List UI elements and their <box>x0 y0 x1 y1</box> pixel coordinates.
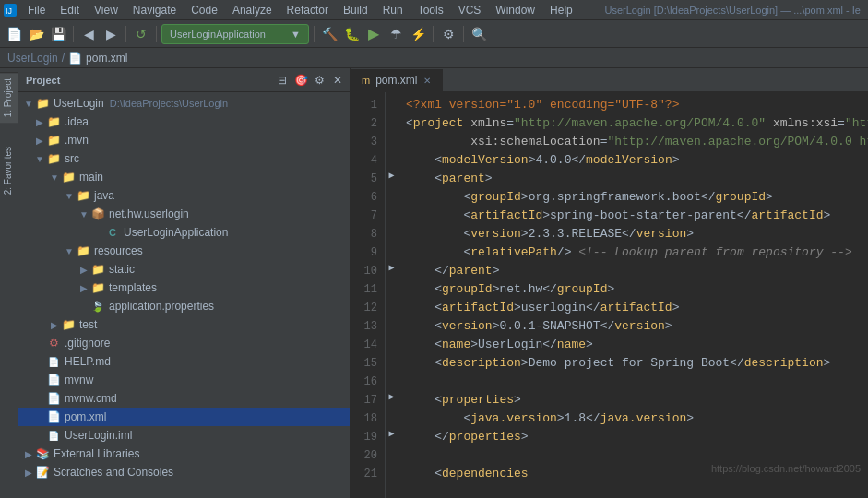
sidebar-tab-project[interactable]: 1: Project <box>0 72 18 123</box>
tab-close-pomxml[interactable]: ✕ <box>423 76 431 86</box>
collapse-all-button[interactable]: ⊟ <box>274 72 291 89</box>
tree-item-test[interactable]: ▶ 📁 test <box>18 315 350 334</box>
tree-label-userloginiml: UserLogin.iml <box>65 429 132 442</box>
open-button[interactable]: 📂 <box>26 24 46 44</box>
tree-item-resources[interactable]: ▼ 📁 resources <box>18 242 350 260</box>
tab-label-pomxml: pom.xml <box>375 74 417 87</box>
debug-button[interactable]: 🐛 <box>341 24 362 44</box>
panel-settings-button[interactable]: ⚙ <box>311 72 327 89</box>
menu-run[interactable]: Run <box>375 2 410 18</box>
panel-close-button[interactable]: ✕ <box>329 72 346 89</box>
menu-file[interactable]: File <box>20 2 53 18</box>
tree-item-mvnw[interactable]: ▶ 📄 mvnw <box>18 371 350 389</box>
menu-navigate[interactable]: Navigate <box>125 2 184 18</box>
menu-items: File Edit View Navigate Code Analyze Ref… <box>20 2 580 18</box>
tree-item-appprops[interactable]: ▶ 🍃 application.properties <box>18 297 350 315</box>
tree-item-appclass[interactable]: ▶ C UserLoginApplication <box>18 223 350 242</box>
code-content[interactable]: <?xml version="1.0" encoding="UTF-8"?> <… <box>398 92 868 498</box>
locate-file-button[interactable]: 🎯 <box>292 72 309 89</box>
run-config-selector[interactable]: UserLoginApplication ▼ <box>161 24 309 44</box>
tree-arrow: ▼ <box>48 172 61 183</box>
search-button[interactable]: 🔍 <box>469 24 489 44</box>
git-icon: ⚙ <box>46 336 61 350</box>
tree-item-java[interactable]: ▼ 📁 java <box>18 186 350 205</box>
xml-file-icon: 📄 <box>68 52 82 65</box>
code-line-5: <parent> <box>406 170 868 188</box>
tree-item-static[interactable]: ▶ 📁 static <box>18 260 350 279</box>
save-button[interactable]: 💾 <box>48 24 68 44</box>
menu-tools[interactable]: Tools <box>410 2 451 18</box>
code-line-20 <box>406 446 868 465</box>
sep3 <box>156 26 157 42</box>
back-button[interactable]: ◀ <box>78 24 99 44</box>
tree-item-idea[interactable]: ▶ 📁 .idea <box>18 113 350 131</box>
tree-label-appprops: application.properties <box>109 300 214 313</box>
code-line-17: <properties> <box>406 391 868 409</box>
mvn-folder-icon: 📁 <box>46 133 61 148</box>
pomxml-icon: 📄 <box>46 409 61 424</box>
editor-tab-pomxml[interactable]: m pom.xml ✕ <box>351 69 443 91</box>
tree-label-pomxml: pom.xml <box>65 410 106 423</box>
tree-item-helpmd[interactable]: ▶ 📄 HELP.md <box>18 352 350 371</box>
breadcrumb-sep: / <box>62 52 65 65</box>
code-line-2: <project xmlns="http://maven.apache.org/… <box>406 114 868 133</box>
tree-item-package[interactable]: ▼ 📦 net.hw.userlogin <box>18 205 350 223</box>
tree-item-pomxml[interactable]: ▶ 📄 pom.xml <box>18 408 350 426</box>
app-logo: IJ <box>0 0 20 20</box>
svg-text:IJ: IJ <box>6 6 12 16</box>
tree-item-templates[interactable]: ▶ 📁 templates <box>18 279 350 297</box>
menu-analyze[interactable]: Analyze <box>225 2 279 18</box>
tree-item-src[interactable]: ▼ 📁 src <box>18 149 350 168</box>
mvnwcmd-icon: 📄 <box>46 391 61 406</box>
coverage-button[interactable]: ☂ <box>386 24 406 44</box>
tree-item-gitignore[interactable]: ▶ ⚙ .gitignore <box>18 334 350 352</box>
build-button[interactable]: 🔨 <box>319 24 339 44</box>
sidebar-tab-strip: 1: Project 2: Favorites <box>0 68 18 498</box>
toolbar: 📄 📂 💾 ◀ ▶ ↺ UserLoginApplication ▼ 🔨 🐛 ▶… <box>0 20 868 48</box>
menu-refactor[interactable]: Refactor <box>279 2 336 18</box>
tree-arrow: ▶ <box>33 136 46 146</box>
tree-item-userlogin-root[interactable]: ▼ 📁 UserLogin D:\IdeaProjects\UserLogin <box>18 94 350 113</box>
menu-code[interactable]: Code <box>184 2 225 18</box>
tree-item-extlibs[interactable]: ▶ 📚 External Libraries <box>18 445 350 463</box>
run-button[interactable]: ▶ <box>363 24 384 44</box>
settings-button[interactable]: ⚙ <box>438 24 458 44</box>
dropdown-arrow-icon: ▼ <box>291 29 301 40</box>
code-line-7: <artifactId>spring-boot-starter-parent</… <box>406 207 868 225</box>
tab-xml-icon: m <box>362 75 370 86</box>
code-line-9: <relativePath/> <!-- Lookup parent from … <box>406 243 868 262</box>
sep6 <box>463 26 464 42</box>
profile-button[interactable]: ⚡ <box>408 24 428 44</box>
tree-item-main[interactable]: ▼ 📁 main <box>18 168 350 186</box>
sidebar-tab-favorites[interactable]: 2: Favorites <box>0 141 18 200</box>
tree-item-userloginiml[interactable]: ▶ 📄 UserLogin.iml <box>18 426 350 445</box>
tree-label-userlogin: UserLogin <box>54 97 104 110</box>
menu-help[interactable]: Help <box>542 2 580 18</box>
tree-label-helpmd: HELP.md <box>65 355 111 368</box>
menu-window[interactable]: Window <box>488 2 542 18</box>
breadcrumb-filename: pom.xml <box>86 52 127 65</box>
tree-item-mvnwcmd[interactable]: ▶ 📄 mvnw.cmd <box>18 389 350 408</box>
tree-arrow: ▶ <box>77 265 90 275</box>
java-folder-icon: 📁 <box>76 188 90 203</box>
new-button[interactable]: 📄 <box>4 24 24 44</box>
menu-view[interactable]: View <box>87 2 125 18</box>
revert-button[interactable]: ↺ <box>131 24 151 44</box>
idea-folder-icon: 📁 <box>46 114 61 129</box>
tree-label-gitignore: .gitignore <box>65 337 110 350</box>
tree-path-userlogin: D:\IdeaProjects\UserLogin <box>110 98 228 109</box>
menu-vcs[interactable]: VCS <box>451 2 489 18</box>
code-line-16 <box>406 373 868 391</box>
tree-arrow: ▶ <box>33 117 46 127</box>
breadcrumb-file[interactable]: 📄 pom.xml <box>68 52 127 65</box>
window-title: UserLogin [D:\IdeaProjects\UserLogin] — … <box>604 5 868 16</box>
tree-label-mvn: .mvn <box>65 134 89 147</box>
forward-button[interactable]: ▶ <box>101 24 121 44</box>
menu-build[interactable]: Build <box>336 2 375 18</box>
breadcrumb: UserLogin / 📄 pom.xml <box>0 48 868 68</box>
menu-edit[interactable]: Edit <box>53 2 87 18</box>
tree-arrow: ▼ <box>77 209 90 219</box>
tree-item-mvn[interactable]: ▶ 📁 .mvn <box>18 131 350 149</box>
tree-item-scratches[interactable]: ▶ 📝 Scratches and Consoles <box>18 463 350 481</box>
breadcrumb-project[interactable]: UserLogin <box>7 52 58 65</box>
